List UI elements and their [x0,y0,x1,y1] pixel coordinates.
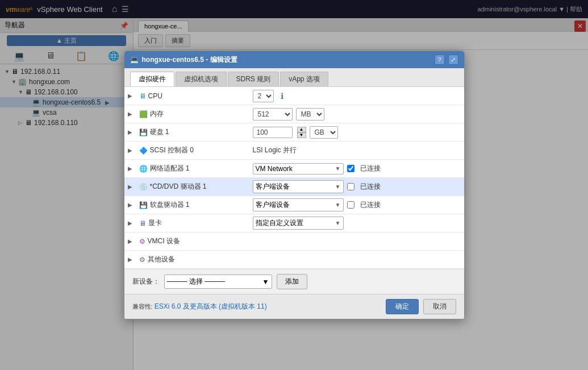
net1-connected-checkbox[interactable] [347,165,355,172]
modal-title-icon: 💻 [130,56,139,64]
floppy1-icon: 💾 [139,201,148,209]
floppy1-expand[interactable]: ▶ [124,202,136,208]
modal-tabs: 虚拟硬件 虚拟机选项 SDRS 规则 vApp 选项 [124,68,464,87]
add-device-button[interactable]: 添加 [277,274,307,289]
cpu-value: 2 1 4 8 ℹ [249,88,464,105]
net1-icon: 🌐 [139,165,148,173]
display-dropdown-arrow: ▼ [335,220,341,226]
disk1-name: 硬盘 1 [150,127,169,137]
display-icon: 🖥 [139,219,146,227]
compat-link[interactable]: ESXi 6.0 及更高版本 (虚拟机版本 11) [155,302,267,310]
hw-row-scsi0: ▶ 🔷 SCSI 控制器 0 LSI Logic 并行 [124,142,464,160]
cdrom1-expand[interactable]: ▶ [124,184,136,190]
display-type-dropdown[interactable]: 指定自定义设置 ▼ [253,217,344,230]
scsi0-type: LSI Logic 并行 [253,145,297,155]
modal-controls: ? ⤢ [435,55,458,65]
disk1-spin-down[interactable]: ▼ [297,132,306,138]
other-value [249,257,464,262]
scsi0-name: SCSI 控制器 0 [150,145,194,155]
modal-body: ▶ 🖥 CPU 2 1 4 8 ℹ [124,87,464,294]
cpu-expand[interactable]: ▶ [124,93,136,99]
vmci-expand[interactable]: ▶ [124,238,136,244]
cpu-name: CPU [148,92,162,100]
display-value: 指定自定义设置 ▼ [249,214,464,232]
net1-network-dropdown[interactable]: VM Network ▼ [253,163,344,174]
hw-row-cpu: ▶ 🖥 CPU 2 1 4 8 ℹ [124,87,464,105]
cdrom1-dropdown-arrow: ▼ [335,184,341,190]
hw-row-floppy1: ▶ 💾 软盘驱动器 1 客户端设备 ▼ 已连接 [124,196,464,214]
modal-title-text: hongxue-centos6.5 - 编辑设置 [142,55,237,65]
vmci-label: ⚙ VMCI 设备 [136,234,249,248]
confirm-button[interactable]: 确定 [386,299,419,314]
cdrom1-value: 客户端设备 ▼ 已连接 [249,178,464,196]
tab-virtual-hardware[interactable]: 虚拟硬件 [130,72,174,86]
display-expand[interactable]: ▶ [124,220,136,226]
memory-icon: 🟩 [139,110,148,118]
hardware-list: ▶ 🖥 CPU 2 1 4 8 ℹ [124,87,464,269]
scsi0-label: 🔷 SCSI 控制器 0 [136,143,249,157]
floppy1-name: 软盘驱动器 1 [150,200,190,210]
floppy1-source-dropdown[interactable]: 客户端设备 ▼ [253,198,344,211]
floppy1-connected-checkbox[interactable] [347,201,355,209]
vmci-value [249,239,464,244]
new-device-dropdown[interactable]: ——— 选择 ——— ▼ [164,275,272,289]
cdrom1-label: 💿 *CD/DVD 驱动器 1 [136,180,249,194]
cdrom1-source-value: 客户端设备 [256,182,290,192]
memory-value: 512 MB GB [249,106,464,123]
cdrom1-name: *CD/DVD 驱动器 1 [150,182,207,192]
cpu-count-select[interactable]: 2 1 4 8 [253,90,274,102]
memory-unit-select[interactable]: MB GB [296,108,324,120]
new-device-label: 新设备： [132,277,160,286]
disk1-label: 💾 硬盘 1 [136,125,249,139]
cancel-button[interactable]: 取消 [423,299,456,314]
edit-settings-modal: 💻 hongxue-centos6.5 - 编辑设置 ? ⤢ 虚拟硬件 虚拟机选… [124,51,465,319]
other-icon: ⚙ [139,256,145,264]
memory-input[interactable]: 512 [253,108,293,120]
net1-value: VM Network ▼ 已连接 [249,161,464,177]
cpu-icon: 🖥 [139,92,146,100]
modal-help-button[interactable]: ? [435,55,445,65]
cpu-label: 🖥 CPU [136,90,249,102]
cdrom1-source-dropdown[interactable]: 客户端设备 ▼ [253,180,344,193]
disk1-expand[interactable]: ▶ [124,129,136,135]
display-name: 显卡 [148,218,162,228]
disk1-spin-up[interactable]: ▲ [297,127,306,132]
hw-row-net1: ▶ 🌐 网络适配器 1 VM Network ▼ 已连接 [124,160,464,178]
tab-vm-options[interactable]: 虚拟机选项 [176,72,227,86]
cdrom1-icon: 💿 [139,183,148,191]
hw-row-cdrom1: ▶ 💿 *CD/DVD 驱动器 1 客户端设备 ▼ 已连接 [124,178,464,196]
tab-vapp-options[interactable]: vApp 选项 [280,72,328,86]
modal-buttons: 确定 取消 [386,299,456,314]
scsi0-expand[interactable]: ▶ [124,147,136,153]
disk1-icon: 💾 [139,128,148,136]
display-label: 🖥 显卡 [136,216,249,230]
scsi0-icon: 🔷 [139,147,148,155]
modal-footer: 兼容性: ESXi 6.0 及更高版本 (虚拟机版本 11) 确定 取消 [124,294,464,319]
disk1-value: ▲ ▼ GB MB TB [249,124,464,141]
cdrom1-connected-checkbox[interactable] [347,183,355,190]
disk1-size-input[interactable] [253,127,293,138]
memory-expand[interactable]: ▶ [124,111,136,117]
cpu-info-icon[interactable]: ℹ [281,92,283,101]
other-expand[interactable]: ▶ [124,256,136,263]
cdrom1-connected-label: 已连接 [360,182,381,192]
modal-title: 💻 hongxue-centos6.5 - 编辑设置 [130,55,237,65]
hw-row-memory: ▶ 🟩 内存 512 MB GB [124,105,464,123]
net1-label: 🌐 网络适配器 1 [136,161,249,176]
new-device-dropdown-arrow: ▼ [262,278,269,286]
other-name: 其他设备 [148,255,175,264]
hw-row-display: ▶ 🖥 显卡 指定自定义设置 ▼ [124,214,464,232]
floppy1-source-value: 客户端设备 [256,200,290,210]
floppy1-dropdown-arrow: ▼ [335,202,341,208]
disk1-unit-select[interactable]: GB MB TB [310,126,338,139]
other-label: ⚙ 其他设备 [136,252,249,267]
tab-sdrs-rules[interactable]: SDRS 规则 [228,72,280,86]
new-device-section: 新设备： ——— 选择 ——— ▼ 添加 [124,269,464,294]
modal-overlay: 💻 hongxue-centos6.5 - 编辑设置 ? ⤢ 虚拟硬件 虚拟机选… [0,0,588,370]
net1-expand[interactable]: ▶ [124,165,136,172]
floppy1-connected-label: 已连接 [360,200,381,210]
floppy1-value: 客户端设备 ▼ 已连接 [249,196,464,214]
hw-row-vmci: ▶ ⚙ VMCI 设备 [124,232,464,251]
new-device-placeholder: ——— 选择 ——— [167,277,226,286]
modal-expand-button[interactable]: ⤢ [448,55,458,65]
